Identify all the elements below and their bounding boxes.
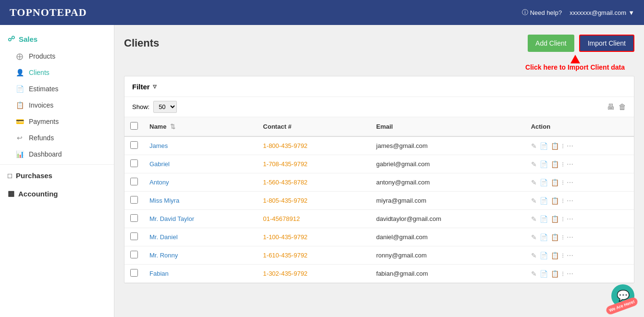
filter-icon[interactable]: ▿ xyxy=(153,82,157,91)
copy-icon[interactable]: 📋 xyxy=(551,142,559,150)
row-checkbox[interactable] xyxy=(130,251,138,258)
copy-icon[interactable]: 📋 xyxy=(551,233,559,241)
client-name[interactable]: Mr. David Taylor xyxy=(144,210,257,228)
client-email: miyra@gmail.com xyxy=(371,192,525,210)
edit-icon[interactable]: ✎ xyxy=(531,142,537,150)
client-actions: ✎ 📄 📋 ⁝ ⋯ xyxy=(525,192,634,210)
more-icon[interactable]: ⋯ xyxy=(567,197,573,205)
client-name[interactable]: Miss Miyra xyxy=(144,192,257,210)
client-contact: 1-610-435-9792 xyxy=(257,246,370,265)
sidebar-item-refunds[interactable]: ↩ Refunds xyxy=(0,130,114,146)
grid-icon[interactable]: ⁝ xyxy=(562,252,564,259)
import-client-button[interactable]: Import Client xyxy=(579,35,634,52)
sidebar-item-products[interactable]: ⨁ Products xyxy=(0,48,114,64)
client-actions: ✎ 📄 📋 ⁝ ⋯ xyxy=(525,173,634,192)
products-icon: ⨁ xyxy=(15,52,24,61)
grid-icon[interactable]: ⁝ xyxy=(562,270,564,278)
grid-icon[interactable]: ⁝ xyxy=(562,179,564,186)
table-row: Mr. Ronny 1-610-435-9792 ronny@gmail.com… xyxy=(124,246,634,265)
filter-header: Filter ▿ xyxy=(124,76,634,97)
client-email: antony@gmail.com xyxy=(371,173,525,192)
grid-icon[interactable]: ⁝ xyxy=(562,197,564,205)
sidebar-purchases-section[interactable]: □ Purchases xyxy=(0,167,114,184)
edit-icon[interactable]: ✎ xyxy=(531,215,537,223)
grid-icon[interactable]: ⁝ xyxy=(562,142,564,150)
view-icon[interactable]: 📄 xyxy=(540,142,548,150)
grid-icon[interactable]: ⁝ xyxy=(562,215,564,223)
copy-icon[interactable]: 📋 xyxy=(551,160,559,168)
add-client-button[interactable]: Add Client xyxy=(528,35,574,52)
sidebar-sales-section[interactable]: ☍ Sales xyxy=(0,30,114,48)
more-icon[interactable]: ⋯ xyxy=(567,233,573,241)
view-icon[interactable]: 📄 xyxy=(540,179,548,186)
client-name[interactable]: Mr. Ronny xyxy=(144,246,257,265)
delete-icon[interactable]: 🗑 xyxy=(619,103,626,111)
edit-icon[interactable]: ✎ xyxy=(531,233,537,241)
clients-icon: 👤 xyxy=(15,68,24,77)
row-checkbox[interactable] xyxy=(130,232,138,240)
chevron-down-icon: ▼ xyxy=(628,9,634,16)
edit-icon[interactable]: ✎ xyxy=(531,160,537,168)
row-checkbox[interactable] xyxy=(130,178,138,185)
row-checkbox[interactable] xyxy=(130,141,138,149)
sidebar-item-clients[interactable]: 👤 Clients xyxy=(0,64,114,81)
sidebar-estimates-label: Estimates xyxy=(29,85,58,93)
copy-icon[interactable]: 📋 xyxy=(551,252,559,259)
more-icon[interactable]: ⋯ xyxy=(567,252,573,259)
edit-icon[interactable]: ✎ xyxy=(531,252,537,259)
help-label: Need help? xyxy=(530,9,562,16)
sidebar-item-payments[interactable]: 💳 Payments xyxy=(0,113,114,130)
row-checkbox[interactable] xyxy=(130,159,138,167)
copy-icon[interactable]: 📋 xyxy=(551,197,559,205)
grid-icon[interactable]: ⁝ xyxy=(562,160,564,168)
sidebar-item-invoices[interactable]: 📋 Invoices xyxy=(0,97,114,113)
copy-icon[interactable]: 📋 xyxy=(551,270,559,278)
view-icon[interactable]: 📄 xyxy=(540,270,548,278)
show-select[interactable]: 50 25 10 xyxy=(153,101,177,113)
app-logo: TopNotepad xyxy=(10,6,87,19)
client-name[interactable]: Antony xyxy=(144,173,257,192)
edit-icon[interactable]: ✎ xyxy=(531,197,537,205)
help-link[interactable]: ⓘ Need help? xyxy=(522,8,562,17)
client-email: gabriel@gmail.com xyxy=(371,155,525,173)
export-icon[interactable]: 🖶 xyxy=(607,103,615,111)
client-name[interactable]: Mr. Daniel xyxy=(144,228,257,246)
user-menu[interactable]: xxxxxxx@gmail.com ▼ xyxy=(570,9,634,16)
view-icon[interactable]: 📄 xyxy=(540,197,548,205)
sidebar-item-dashboard[interactable]: 📊 Dashboard xyxy=(0,146,114,162)
sidebar-accounting-section[interactable]: ▩ Accounting xyxy=(0,184,114,203)
client-contact: 1-100-435-9792 xyxy=(257,228,370,246)
sidebar-products-label: Products xyxy=(29,52,55,60)
view-icon[interactable]: 📄 xyxy=(540,233,548,241)
view-icon[interactable]: 📄 xyxy=(540,252,548,259)
edit-icon[interactable]: ✎ xyxy=(531,179,537,186)
client-name[interactable]: Fabian xyxy=(144,265,257,283)
grid-icon[interactable]: ⁝ xyxy=(562,233,564,241)
sidebar-item-estimates[interactable]: 📄 Estimates xyxy=(0,81,114,97)
table-row: Mr. Daniel 1-100-435-9792 daniel@gmail.c… xyxy=(124,228,634,246)
purchases-section-icon: □ xyxy=(8,171,12,180)
more-icon[interactable]: ⋯ xyxy=(567,179,573,186)
sidebar-purchases-label: Purchases xyxy=(16,171,52,180)
client-name[interactable]: Gabriel xyxy=(144,155,257,173)
row-checkbox[interactable] xyxy=(130,214,138,222)
copy-icon[interactable]: 📋 xyxy=(551,179,559,186)
more-icon[interactable]: ⋯ xyxy=(567,215,573,223)
edit-icon[interactable]: ✎ xyxy=(531,270,537,278)
copy-icon[interactable]: 📋 xyxy=(551,215,559,223)
more-icon[interactable]: ⋯ xyxy=(567,142,573,150)
more-icon[interactable]: ⋯ xyxy=(567,270,573,278)
client-actions: ✎ 📄 📋 ⁝ ⋯ xyxy=(525,265,634,283)
select-all-checkbox[interactable] xyxy=(130,122,138,130)
client-contact: 1-800-435-9792 xyxy=(257,136,370,155)
view-icon[interactable]: 📄 xyxy=(540,160,548,168)
sidebar-payments-label: Payments xyxy=(29,118,59,125)
row-checkbox[interactable] xyxy=(130,196,138,204)
client-name[interactable]: James xyxy=(144,136,257,155)
client-actions: ✎ 📄 📋 ⁝ ⋯ xyxy=(525,155,634,173)
sidebar-dashboard-label: Dashboard xyxy=(29,150,62,158)
table-row: James 1-800-435-9792 james@gmail.com ✎ 📄… xyxy=(124,136,634,155)
view-icon[interactable]: 📄 xyxy=(540,215,548,223)
row-checkbox[interactable] xyxy=(130,269,138,277)
more-icon[interactable]: ⋯ xyxy=(567,160,573,168)
